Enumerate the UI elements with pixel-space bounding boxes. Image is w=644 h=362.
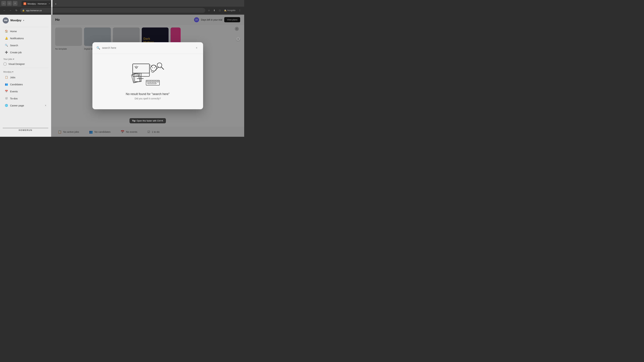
svg-point-19	[150, 65, 150, 65]
career-page-arrow: ▾	[45, 104, 46, 107]
svg-point-21	[160, 68, 160, 68]
back-button[interactable]: ←	[2, 8, 7, 13]
sidebar-item-visual-designer[interactable]: Visual Designer	[0, 61, 51, 67]
svg-point-6	[134, 66, 135, 67]
search-modal-input[interactable]	[102, 46, 192, 49]
bookmark-button[interactable]: ☆	[206, 8, 211, 13]
search-bar: 🔍 ×	[92, 42, 203, 54]
svg-rect-24	[150, 81, 151, 82]
sidebar-item-todos[interactable]: ☑ To-dos	[1, 95, 50, 102]
sidebar-item-home[interactable]: 🏠 Home	[1, 28, 50, 34]
sidebar-item-events[interactable]: 📅 Events	[1, 88, 50, 95]
sidebar-divider-top	[3, 27, 48, 27]
candidates-icon: 👥	[5, 83, 8, 86]
svg-rect-23	[147, 81, 148, 82]
your-jobs-arrow: ▾	[13, 58, 14, 60]
active-tab[interactable]: H Moodjoy - Homerun ×	[22, 1, 53, 6]
sidebar-item-career-page[interactable]: 🌐 Career page ▾	[1, 102, 50, 109]
modal-overlay[interactable]: 🔍 ×	[51, 15, 244, 137]
sidebar-item-candidates-label: Candidates	[10, 83, 23, 86]
sidebar-header[interactable]: MM Moodjoy ▾	[0, 17, 51, 26]
search-icon: 🔍	[5, 43, 8, 47]
browser-chrome: ─ □ × H Moodjoy - Homerun × + ← → ↻ 🔒 ap…	[0, 0, 244, 15]
sidebar-item-jobs-label: Jobs	[10, 76, 16, 79]
svg-point-7	[138, 66, 138, 67]
sidebar-item-career-page-label: Career page	[10, 104, 24, 107]
tab-close-button[interactable]: ×	[48, 2, 51, 5]
download-button[interactable]: ⬇	[212, 8, 217, 13]
bell-icon: 🔔	[5, 36, 8, 40]
moodjoy-section-arrow: ▾	[12, 70, 14, 73]
split-view-button[interactable]: □	[217, 8, 222, 13]
no-result-text: No result found for "search here"	[126, 92, 170, 96]
your-jobs-label: Your jobs	[3, 58, 12, 60]
svg-point-16	[154, 67, 155, 68]
svg-point-4	[135, 66, 137, 68]
plus-icon: ➕	[5, 51, 8, 54]
search-modal-icon: 🔍	[96, 46, 100, 50]
todos-icon: ☑	[5, 97, 8, 100]
sidebar-footer: HOMERUN	[0, 124, 51, 134]
title-bar: ─ □ × H Moodjoy - Homerun × +	[0, 0, 244, 7]
svg-rect-1	[133, 64, 150, 73]
keyboard-shortcut-tooltip: Tip: Open this faster with Ctrl+K	[130, 118, 166, 123]
tooltip-text: Open this faster with Ctrl+K	[137, 119, 163, 122]
svg-point-20	[157, 63, 158, 64]
org-name: Moodjoy	[10, 19, 22, 22]
home-icon: 🏠	[5, 29, 8, 33]
address-bar[interactable]: 🔒 app.homerun.co	[20, 8, 205, 13]
svg-point-14	[150, 65, 157, 71]
minimize-button[interactable]: ─	[1, 1, 6, 6]
forward-button[interactable]: →	[8, 8, 13, 13]
career-page-icon: 🌐	[5, 104, 8, 107]
sidebar: MM Moodjoy ▾ 🏠 Home 🔔 Notifications 🔍 Se…	[0, 15, 51, 137]
sidebar-item-jobs[interactable]: 📋 Jobs	[1, 74, 50, 81]
window-controls[interactable]: ─ □ ×	[1, 1, 18, 6]
more-button[interactable]: ⋮	[238, 8, 242, 13]
avatar: MM	[3, 17, 9, 23]
job-label: Visual Designer	[8, 63, 25, 65]
tooltip-prefix: Tip:	[132, 119, 136, 122]
sidebar-item-search[interactable]: 🔍 Search	[1, 42, 50, 49]
org-dropdown-icon: ▾	[23, 19, 24, 22]
incognito-icon: 🕵	[224, 9, 226, 11]
sidebar-item-notifications[interactable]: 🔔 Notifications	[1, 35, 50, 41]
jobs-icon: 📋	[5, 76, 8, 79]
sidebar-item-candidates[interactable]: 👥 Candidates	[1, 81, 50, 88]
search-modal: 🔍 ×	[92, 42, 203, 109]
sidebar-item-search-label: Search	[10, 44, 18, 47]
refresh-button[interactable]: ↻	[14, 8, 19, 13]
sidebar-item-events-label: Events	[10, 90, 18, 93]
close-button[interactable]: ×	[13, 1, 18, 6]
svg-rect-28	[148, 83, 156, 84]
tab-title: Moodjoy - Homerun	[28, 2, 46, 5]
incognito-label: Incognito	[227, 9, 236, 11]
moodjoy-section-label: Moodjoy	[3, 70, 12, 73]
svg-rect-26	[154, 81, 156, 82]
svg-line-18	[161, 67, 164, 69]
address-text: app.homerun.co	[26, 9, 42, 12]
main-content: Ho 15 Days left in your trial View plans…	[51, 15, 244, 137]
secure-icon: 🔒	[22, 9, 25, 11]
sidebar-item-todos-label: To-dos	[10, 97, 18, 100]
incognito-button[interactable]: 🕵 Incognito	[223, 8, 237, 13]
new-tab-button[interactable]: +	[53, 2, 58, 6]
homerun-logo: HOMERUN	[3, 128, 48, 131]
nav-actions: ☆ ⬇ □ 🕵 Incognito ⋮	[206, 8, 242, 13]
search-modal-close-button[interactable]: ×	[194, 45, 199, 50]
no-result-illustration	[128, 59, 168, 89]
svg-point-15	[152, 67, 153, 68]
events-icon: 📅	[5, 90, 8, 93]
maximize-button[interactable]: □	[7, 1, 12, 6]
nav-bar: ← → ↻ 🔒 app.homerun.co ☆ ⬇ □ 🕵 Incognito…	[0, 7, 244, 14]
svg-rect-0	[133, 64, 150, 76]
moodjoy-section: Moodjoy ▾	[0, 68, 51, 74]
sidebar-item-create-job[interactable]: ➕ Create job	[1, 49, 50, 56]
app-container: MM Moodjoy ▾ 🏠 Home 🔔 Notifications 🔍 Se…	[0, 15, 244, 137]
svg-rect-25	[152, 81, 154, 82]
no-result-sub: Did you spell it correctly?	[135, 97, 161, 100]
svg-rect-27	[157, 81, 159, 82]
modal-content: No result found for "search here" Did yo…	[92, 54, 203, 105]
job-dot-icon	[3, 62, 7, 66]
tab-favicon: H	[24, 2, 26, 5]
